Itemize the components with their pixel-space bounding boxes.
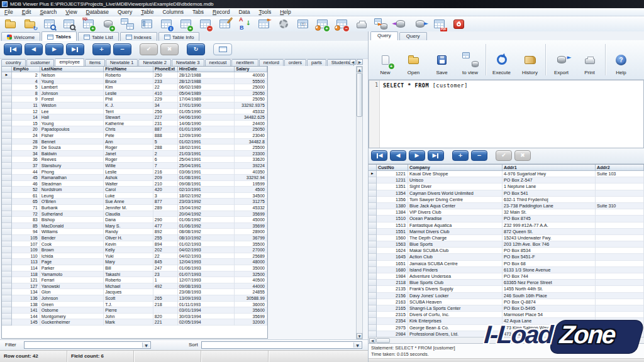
menu-search[interactable]: Search <box>35 8 61 16</box>
row-selector[interactable] <box>2 205 12 211</box>
row-selector[interactable] <box>2 175 12 181</box>
table-row[interactable]: 14HallStewart22704/06/199034482.625 <box>2 114 267 121</box>
table-row[interactable]: 29De SouzaRoger28818/02/199125500 <box>2 145 267 151</box>
row-selector[interactable] <box>2 314 12 320</box>
q-last-record-button[interactable]: ▶ <box>428 150 444 161</box>
row-selector[interactable] <box>369 280 377 286</box>
table-tab-newtable-3[interactable]: Newtable 3 <box>172 59 204 66</box>
query-tab-1[interactable]: Query <box>370 31 398 41</box>
row-selector[interactable] <box>369 203 377 209</box>
table-row[interactable]: 2156Davy Jones' Locker246 South 16th Pla… <box>369 293 644 299</box>
row-selector[interactable] <box>2 121 12 127</box>
row-selector[interactable] <box>2 187 12 193</box>
tab-table-list[interactable]: Table List <box>78 32 119 41</box>
table-tab-nextord[interactable]: nextord <box>259 59 284 66</box>
table-row[interactable]: 110IchidaYuki2204/02/199325689 <box>2 253 267 260</box>
row-selector[interactable] <box>2 90 12 97</box>
row-selector[interactable] <box>2 139 12 145</box>
table-columns-button[interactable] <box>140 18 153 30</box>
table-row[interactable]: 72SutherlandClaudia20/04/199235699 <box>2 211 267 217</box>
table-row[interactable]: 113PageMary84512/04/199348000 <box>2 259 267 265</box>
menu-edit[interactable]: Edit <box>18 8 36 16</box>
table-row[interactable]: 1551Marmot Divers Club872 Queen St. <box>369 229 644 235</box>
row-selector[interactable] <box>369 261 377 267</box>
table-row[interactable]: 1513Fantastique AquaticaZ32 999 #12A-77 … <box>369 222 644 229</box>
print-button[interactable]: Print <box>575 42 604 77</box>
table-row[interactable]: 94WilliamsRandy89208/08/199228900 <box>2 229 267 235</box>
to-view-button[interactable]: to view <box>456 42 484 77</box>
table-row[interactable]: 46SteadmanWalter21009/08/199119599 <box>2 181 267 187</box>
refresh-data-button[interactable]: ↻ <box>187 43 205 55</box>
row-selector[interactable] <box>2 199 12 205</box>
row-selector[interactable] <box>369 299 377 305</box>
row-selector[interactable] <box>369 331 377 337</box>
menu-tools[interactable]: Tools <box>254 8 275 16</box>
sql-editor[interactable]: 1 SELECT * FROM [customer] <box>369 80 644 148</box>
table-row[interactable]: 20PapadopoulosChris88701/01/199025050 <box>2 126 267 133</box>
table-row[interactable]: 44PhongLeslie21603/06/199140350 <box>2 169 267 175</box>
row-selector[interactable] <box>369 190 377 197</box>
row-selector[interactable] <box>2 133 12 139</box>
post-edit-button[interactable]: ✔ <box>140 43 158 55</box>
first-record-button[interactable]: ◀ <box>4 43 22 55</box>
new-query-button[interactable]: SQL+ <box>82 18 95 30</box>
table-row[interactable]: 1380Blue Jack Aqua Center23-738 Paddingt… <box>369 203 644 209</box>
table-row[interactable]: 11WestonK. J.3417/01/199033292.9375 <box>2 102 267 109</box>
table-tab-customer[interactable]: customer <box>26 59 55 66</box>
delete-table-button[interactable]: − <box>199 18 212 30</box>
row-selector[interactable] <box>2 283 12 290</box>
table-row[interactable]: 2165Shangri-La Sports CenterPO Box D-549… <box>369 305 644 312</box>
table-row[interactable]: 36ReevesRoger625/04/199133620 <box>2 156 267 163</box>
menu-columns[interactable]: Columns <box>158 8 188 16</box>
q-cancel-edit-button[interactable]: ✖ <box>514 150 531 161</box>
export-table-button[interactable]: ► <box>257 18 270 30</box>
table-row[interactable]: 83BishopDana29001/06/199245000 <box>2 217 267 223</box>
row-selector[interactable] <box>2 102 12 109</box>
table-row[interactable]: 37StansburyWillie725/04/199139224 <box>2 163 267 169</box>
add-table-button[interactable]: + <box>179 18 192 30</box>
last-record-button[interactable]: ▶ <box>66 43 84 55</box>
table-row[interactable]: 127YanowskiMichael49209/08/199344000 <box>2 283 267 290</box>
tab-table-info[interactable]: Table Info <box>158 32 200 41</box>
export-pdf-button[interactable]: PDF <box>433 18 446 30</box>
row-selector[interactable] <box>369 254 377 260</box>
table-row[interactable]: 1651Jamaica SCUBA CentrePO Box 68 <box>369 261 644 267</box>
row-selector[interactable] <box>2 289 12 295</box>
table-row[interactable]: 144MontgomeryJohn82030/03/199435699 <box>2 314 267 320</box>
delete-record-button[interactable]: − <box>113 43 131 55</box>
preview-table-button[interactable] <box>62 18 75 30</box>
resize-columns-button[interactable]: ↔ <box>296 18 309 30</box>
menu-table[interactable]: Table <box>136 8 158 16</box>
menu-record[interactable]: Record <box>208 8 234 16</box>
table-row[interactable]: 34BaldwinJanet221/03/199123300 <box>2 151 267 157</box>
row-selector[interactable] <box>2 295 12 302</box>
row-selector[interactable] <box>369 229 377 235</box>
menu-help[interactable]: Help <box>275 8 295 16</box>
hscroll-thumb[interactable] <box>376 338 390 343</box>
q-first-record-button[interactable]: ◀ <box>371 150 387 161</box>
row-selector[interactable] <box>2 181 12 187</box>
table-tab-country[interactable]: country <box>1 59 26 66</box>
row-selector[interactable] <box>369 216 377 222</box>
export-button[interactable]: ►Export <box>547 42 575 77</box>
history-button[interactable]: History <box>516 42 544 77</box>
q-delete-record-button[interactable]: − <box>471 150 487 161</box>
row-selector[interactable] <box>2 193 12 199</box>
row-selector[interactable] <box>369 209 377 216</box>
table-row[interactable]: 1356Tom Sawyer Diving Centre632-1 Third … <box>369 197 644 203</box>
table-tab-items[interactable]: items <box>85 59 105 66</box>
table-info-button[interactable]: i <box>160 18 173 30</box>
row-selector[interactable]: ► <box>2 72 12 79</box>
row-selector[interactable] <box>369 318 377 324</box>
table-row[interactable]: 2135Frank's Divers Supply1455 North 44th… <box>369 286 644 292</box>
row-selector[interactable] <box>2 229 12 235</box>
table-row[interactable]: 136JohnsonScott26513/09/199330588.99 <box>2 295 267 302</box>
table-row[interactable]: 45RamanathanAshok20901/08/199133292.94 <box>2 175 267 181</box>
tab-indexes[interactable]: Indexes <box>120 32 157 41</box>
execute-button[interactable]: Execute <box>487 42 516 77</box>
options-button[interactable] <box>277 18 290 30</box>
row-selector[interactable] <box>369 177 377 184</box>
row-selector[interactable] <box>369 248 377 254</box>
table-row[interactable]: 1645Action ClubPO Box 5451-F <box>369 254 644 260</box>
q-insert-record-button[interactable]: + <box>452 150 469 161</box>
